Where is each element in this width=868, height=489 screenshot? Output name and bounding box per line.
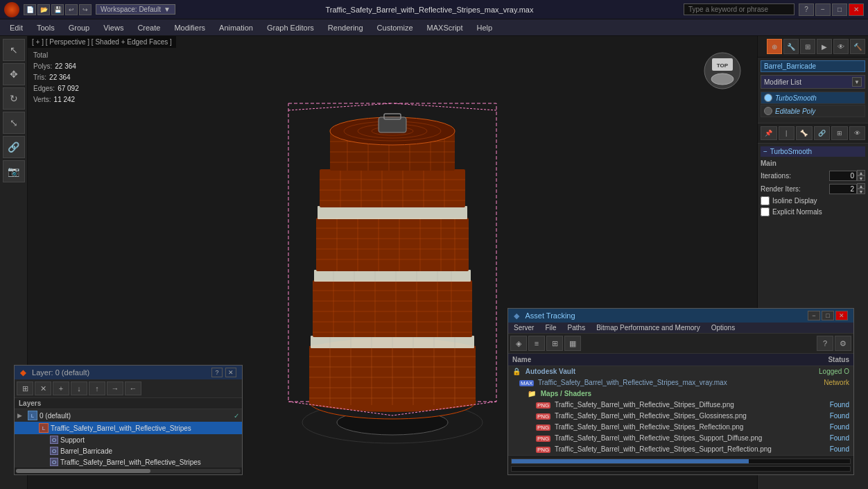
turbosmooth-modifier[interactable]: TurboSmooth <box>761 92 865 104</box>
render-iters-input[interactable]: 2 <box>829 184 857 194</box>
menu-help[interactable]: Help <box>470 22 500 33</box>
menu-edit[interactable]: Edit <box>3 22 30 33</box>
create-icon[interactable]: ⊕ <box>767 39 782 54</box>
asset-row-vault[interactable]: 🔒 Autodesk Vault Logged O <box>508 366 853 377</box>
display-icon[interactable]: 👁 <box>833 39 849 54</box>
help-btn[interactable]: ? <box>799 3 814 16</box>
utilities-icon[interactable]: 🔨 <box>850 39 865 54</box>
render-iters-up[interactable]: ▲ <box>857 183 865 189</box>
new-btn[interactable]: 📄 <box>24 4 36 15</box>
menu-create[interactable]: Create <box>130 22 167 33</box>
save-btn[interactable]: 💾 <box>51 4 64 15</box>
asset-row-reflection[interactable]: PNG Traffic_Safety_Barrel_with_Reflectiv… <box>508 422 853 433</box>
asset-tb-btn2[interactable]: ≡ <box>528 336 545 351</box>
menu-customize[interactable]: Customize <box>370 22 420 33</box>
menu-modifiers[interactable]: Modifiers <box>167 22 212 33</box>
motion-icon[interactable]: ▶ <box>817 39 832 54</box>
asset-tb-btn4[interactable]: ▦ <box>564 336 581 351</box>
layer-move-up-btn[interactable]: ↑ <box>89 381 105 395</box>
render-iters-stepper[interactable]: ▲ ▼ <box>857 183 865 194</box>
select-tool[interactable]: ↖ <box>3 39 25 61</box>
iterations-input[interactable]: 0 <box>829 171 857 181</box>
asset-menu-server[interactable]: Server <box>508 323 539 333</box>
layer-collapse-btn[interactable]: ← <box>125 381 141 395</box>
window-controls-left[interactable]: 📄 📂 💾 ↩ ↪ <box>24 4 92 15</box>
iterations-stepper[interactable]: ▲ ▼ <box>857 170 865 181</box>
modify-icon[interactable]: 🔧 <box>783 39 799 54</box>
menu-views[interactable]: Views <box>96 22 130 33</box>
grid-icon[interactable]: ⊞ <box>831 126 848 140</box>
asset-row-support-diffuse[interactable]: PNG Traffic_Safety_Barrel_with_Reflectiv… <box>508 433 853 444</box>
asset-minimize-btn[interactable]: − <box>808 311 820 320</box>
search-input[interactable] <box>684 3 795 15</box>
show-icon[interactable]: 👁 <box>849 126 866 140</box>
layer-help-btn[interactable]: ? <box>211 368 223 377</box>
layer-item-support[interactable]: O Support <box>15 434 242 445</box>
asset-menu-paths[interactable]: Paths <box>562 323 591 333</box>
asset-row-maxfile[interactable]: MAX Traffic_Safety_Barrel_with_Reflectiv… <box>508 377 853 388</box>
isoline-checkbox[interactable] <box>761 196 770 205</box>
pipe-icon[interactable]: | <box>779 126 795 140</box>
iterations-down[interactable]: ▼ <box>857 175 865 181</box>
menu-maxscript[interactable]: MAXScript <box>420 22 470 33</box>
move-tool[interactable]: ✥ <box>3 63 25 85</box>
scale-tool[interactable]: ⤡ <box>3 112 25 134</box>
editable-poly-modifier[interactable]: Editable Poly <box>761 105 865 117</box>
maximize-btn[interactable]: □ <box>832 3 847 16</box>
layer-move-down-btn[interactable]: ↓ <box>71 381 87 395</box>
asset-tb-btn1[interactable]: ◈ <box>510 336 527 351</box>
layer-item-barrel[interactable]: L Traffic_Safety_Barrel_with_Reflective_… <box>15 422 242 434</box>
menu-tools[interactable]: Tools <box>30 22 62 33</box>
asset-row-support-reflection[interactable]: PNG Traffic_Safety_Barrel_with_Reflectiv… <box>508 444 853 455</box>
bone-icon[interactable]: 🦴 <box>796 126 813 140</box>
asset-tb-btn3[interactable]: ⊞ <box>546 336 563 351</box>
asset-menu-options[interactable]: Options <box>706 323 740 333</box>
col-status[interactable]: Status <box>798 354 853 366</box>
render-iters-down[interactable]: ▼ <box>857 189 865 194</box>
turbosm-minus[interactable]: − <box>763 148 767 155</box>
layer-scrollbar[interactable] <box>15 467 242 474</box>
layer-close-btn[interactable]: ✕ <box>225 368 236 377</box>
hierarchy-icon[interactable]: ⊞ <box>800 39 815 54</box>
navigation-gizmo[interactable]: TOP <box>702 50 743 92</box>
menu-group[interactable]: Group <box>62 22 97 33</box>
layer-item-barricade[interactable]: O Barrel_Barricade <box>15 445 242 456</box>
asset-help-btn[interactable]: ? <box>817 336 833 351</box>
rotate-tool[interactable]: ↻ <box>3 87 25 110</box>
link-tool[interactable]: 🔗 <box>3 136 25 158</box>
menu-animation[interactable]: Animation <box>212 22 260 33</box>
layer-item-barrel-inner[interactable]: O Traffic_Safety_Barrel_with_Reflective_… <box>15 456 242 467</box>
layer-add-btn[interactable]: + <box>53 381 69 395</box>
menu-rendering[interactable]: Rendering <box>321 22 370 33</box>
col-name[interactable]: Name <box>508 354 798 366</box>
layer-hide-btn[interactable]: ✕ <box>35 381 51 395</box>
workspace-selector[interactable]: Workspace: Default ▼ <box>96 4 175 15</box>
asset-row-glossiness[interactable]: PNG Traffic_Safety_Barrel_with_Reflectiv… <box>508 411 853 422</box>
asset-row-diffuse[interactable]: PNG Traffic_Safety_Barrel_with_Reflectiv… <box>508 400 853 411</box>
asset-maximize-btn[interactable]: □ <box>822 311 834 320</box>
asset-table-wrapper[interactable]: Name Status 🔒 Autodesk Vault Logged O <box>508 354 853 455</box>
asset-menu-file[interactable]: File <box>539 323 562 333</box>
menu-graph-editors[interactable]: Graph Editors <box>260 22 321 33</box>
minimize-btn[interactable]: − <box>815 3 831 16</box>
asset-close-btn[interactable]: ✕ <box>835 311 848 320</box>
undo-btn[interactable]: ↩ <box>65 4 78 15</box>
modifier-dropdown-btn[interactable]: ▼ <box>852 77 862 87</box>
reflection-name: PNG Traffic_Safety_Barrel_with_Reflectiv… <box>508 422 798 433</box>
layer-item-default[interactable]: ▶ L 0 (default) ✓ <box>15 409 242 422</box>
asset-settings-btn[interactable]: ⚙ <box>835 336 851 351</box>
link2-icon[interactable]: 🔗 <box>814 126 831 140</box>
layer-expand-btn[interactable]: → <box>107 381 123 395</box>
explicit-normals-checkbox[interactable] <box>761 207 770 216</box>
pin-icon[interactable]: 📌 <box>761 126 777 140</box>
asset-menu-bitmap[interactable]: Bitmap Performance and Memory <box>591 323 706 333</box>
scrollbar-thumb[interactable] <box>16 469 150 473</box>
redo-btn[interactable]: ↪ <box>79 4 92 15</box>
iterations-up[interactable]: ▲ <box>857 170 865 175</box>
open-btn[interactable]: 📂 <box>37 4 50 15</box>
title-window-buttons[interactable]: ? − □ ✕ <box>799 3 864 16</box>
layer-show-all-btn[interactable]: ⊞ <box>17 381 33 395</box>
camera-tool[interactable]: 📷 <box>3 160 25 182</box>
asset-row-maps-folder[interactable]: 📁 Maps / Shaders <box>508 388 853 400</box>
close-btn[interactable]: ✕ <box>849 3 864 16</box>
